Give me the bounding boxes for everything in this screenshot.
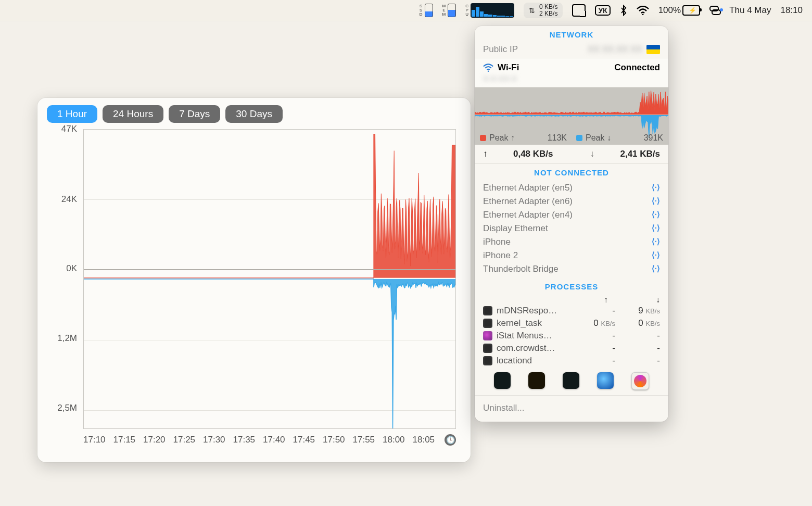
col-up-icon: ↑ (604, 295, 608, 305)
section-title-network: NETWORK (475, 26, 668, 41)
link-icon: ⟨·⟩ (652, 264, 660, 274)
process-list: mDNSRespo… - 9 KB/s kernel_task 0 KB/s 0… (475, 305, 668, 367)
menubar-time[interactable]: 18:10 (780, 5, 803, 16)
peak-up-value: 113K (518, 133, 573, 143)
col-down-icon: ↓ (656, 295, 660, 305)
link-icon: ⟨·⟩ (652, 210, 660, 220)
wifi-status: Connected (614, 62, 660, 73)
y-tick: 2,5M (57, 403, 77, 413)
wifi-ssid: X-X-XX-X (483, 73, 660, 83)
link-icon: ⟨·⟩ (652, 250, 660, 261)
x-tick: 18:00 (383, 435, 405, 445)
mem-widget[interactable]: MEM (442, 4, 456, 17)
net-down-rate: 2 KB/s (539, 10, 557, 17)
wifi-icon[interactable] (637, 6, 649, 15)
current-rate-row: ↑ 0,48 KB/s ↓ 2,41 KB/s (475, 145, 668, 164)
x-tick: 17:25 (173, 435, 196, 445)
process-name: locationd (497, 356, 570, 366)
public-ip-label: Public IP (483, 44, 518, 55)
y-tick: 1,2M (57, 333, 77, 344)
interface-row[interactable]: Thunderbolt Bridge⟨·⟩ (475, 262, 668, 276)
tab-30-days[interactable]: 30 Days (225, 105, 283, 123)
process-row[interactable]: locationd - - (475, 355, 668, 367)
screen-mirroring-icon[interactable] (572, 4, 586, 17)
wifi-row[interactable]: Wi-Fi Connected X-X-XX-X (475, 58, 668, 87)
app-activity-monitor[interactable] (494, 372, 511, 389)
svg-point-0 (642, 14, 643, 16)
process-icon (483, 356, 492, 365)
process-up: - (570, 331, 615, 341)
app-console[interactable] (528, 372, 545, 389)
arrow-up-icon: ↑ (483, 149, 488, 159)
time-picker-button[interactable]: 🕒 (445, 434, 456, 446)
app-network-utility[interactable] (597, 372, 614, 389)
x-tick: 17:15 (113, 435, 136, 445)
peak-down-value: 391K (614, 133, 663, 143)
process-down: 9 KB/s (615, 306, 660, 316)
bluetooth-icon[interactable] (620, 5, 627, 16)
x-tick: 17:30 (203, 435, 225, 445)
interface-row[interactable]: Ethernet Adapter (en6)⟨·⟩ (475, 195, 668, 208)
process-name: com.crowdst… (497, 343, 570, 353)
process-row[interactable]: iStat Menus… - - (475, 330, 668, 342)
control-center-icon[interactable] (709, 6, 720, 15)
tab-1-hour[interactable]: 1 Hour (47, 105, 97, 123)
interface-name: Ethernet Adapter (en5) (483, 183, 573, 193)
y-tick: 24K (61, 194, 77, 205)
process-row[interactable]: mDNSRespo… - 9 KB/s (475, 305, 668, 317)
arrow-down-icon: ↓ (590, 149, 595, 159)
input-language[interactable]: УК (595, 5, 610, 16)
y-tick: 0K (66, 263, 77, 274)
public-ip-row[interactable]: Public IP XX XX.XX XX (475, 41, 668, 58)
network-widget[interactable]: ⇅ 0 KB/s 2 KB/s (524, 3, 563, 18)
app-istat[interactable] (631, 372, 649, 390)
interface-name: Ethernet Adapter (en6) (483, 196, 573, 207)
menubar-date[interactable]: Thu 4 May (729, 5, 771, 16)
interface-name: Thunderbolt Bridge (483, 264, 559, 274)
download-rate: 2,41 KB/s (598, 149, 660, 159)
interface-row[interactable]: Ethernet Adapter (en4)⟨·⟩ (475, 208, 668, 222)
process-down: 0 KB/s (615, 318, 660, 328)
tab-24-hours[interactable]: 24 Hours (103, 105, 163, 123)
link-icon: ⟨·⟩ (652, 183, 660, 193)
battery-pct: 100% (658, 5, 681, 16)
cpu-widget[interactable]: CPU (465, 3, 514, 18)
wifi-icon (483, 64, 493, 72)
process-down: - (615, 343, 660, 353)
download-swatch-icon (576, 135, 582, 141)
section-title-processes: PROCESSES (475, 278, 668, 293)
process-down: - (615, 356, 660, 366)
panel-sparkline: Peak ↑ 113K Peak ↓ 391K (475, 87, 668, 145)
interface-name: iPhone 2 (483, 250, 518, 261)
interface-row[interactable]: Display Ethernet⟨·⟩ (475, 222, 668, 235)
x-tick: 17:20 (143, 435, 166, 445)
interface-name: iPhone (483, 237, 511, 247)
x-tick: 17:40 (263, 435, 285, 445)
y-tick: 47K (61, 124, 77, 134)
ssd-widget[interactable]: SSD (420, 4, 433, 17)
interface-row[interactable]: iPhone 2⟨·⟩ (475, 249, 668, 262)
interface-name: Ethernet Adapter (en4) (483, 210, 573, 220)
uninstall-link[interactable]: Uninstall... (475, 395, 668, 422)
public-ip-value: XX XX.XX XX (588, 44, 642, 55)
x-tick: 17:50 (323, 435, 345, 445)
battery-status[interactable]: 100% ⚡ (658, 5, 700, 16)
process-name: kernel_task (497, 318, 570, 328)
menubar: SSD MEM CPU ⇅ 0 KB/s 2 KB/s УК 100% ⚡ Th… (0, 0, 812, 21)
process-name: iStat Menus… (497, 331, 570, 341)
process-up: - (570, 306, 615, 316)
flag-ukraine-icon (646, 45, 660, 54)
not-connected-list: Ethernet Adapter (en5)⟨·⟩Ethernet Adapte… (475, 179, 668, 278)
process-row[interactable]: com.crowdst… - - (475, 342, 668, 355)
transfer-icon: ⇅ (529, 6, 535, 15)
range-tabs: 1 Hour 24 Hours 7 Days 30 Days (47, 105, 461, 123)
y-axis: 47K 24K 0K 1,2M 2,5M (47, 129, 80, 429)
x-tick: 17:55 (353, 435, 375, 445)
app-terminal[interactable] (563, 372, 579, 389)
x-tick: 17:35 (233, 435, 256, 445)
interface-row[interactable]: Ethernet Adapter (en5)⟨·⟩ (475, 181, 668, 195)
interface-row[interactable]: iPhone⟨·⟩ (475, 235, 668, 249)
tab-7-days[interactable]: 7 Days (169, 105, 220, 123)
process-down: - (615, 331, 660, 341)
process-row[interactable]: kernel_task 0 KB/s 0 KB/s (475, 317, 668, 330)
